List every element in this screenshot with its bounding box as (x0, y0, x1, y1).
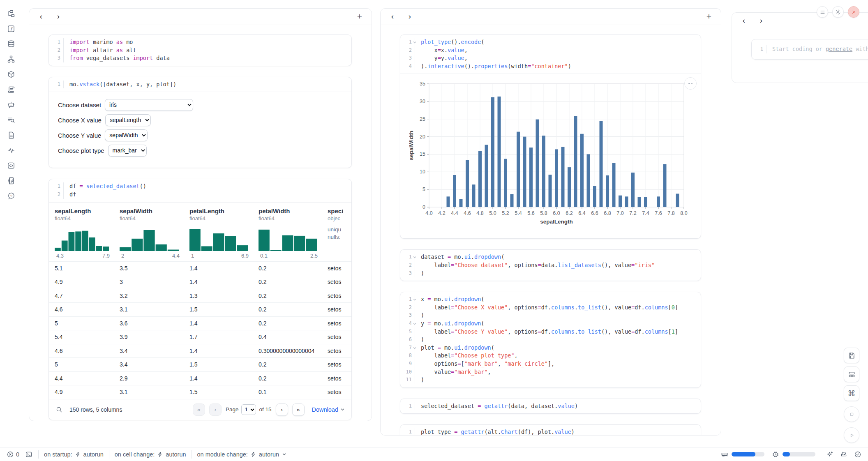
file-tree-icon[interactable] (7, 9, 16, 18)
svg-text:?: ? (10, 194, 12, 198)
table-row: 5.13.51.40.2setos (49, 261, 351, 275)
table-cell: setos (322, 265, 351, 272)
scratchpad-icon[interactable] (7, 176, 16, 185)
sitemap-icon[interactable] (7, 55, 16, 64)
bar (491, 97, 494, 207)
last-page-button[interactable]: » (292, 403, 305, 416)
cell-empty[interactable]: 1 Start coding or generate with (751, 39, 868, 60)
column-prev-icon[interactable]: ‹ (387, 12, 398, 22)
bar (447, 197, 450, 207)
next-page-button[interactable]: › (276, 403, 288, 416)
connection-status-button[interactable] (854, 451, 861, 458)
svg-text:5.4: 5.4 (515, 210, 522, 216)
script-icon[interactable] (7, 85, 16, 94)
autorun-setting[interactable]: on cell change:autorun (109, 451, 192, 458)
table-column-header[interactable]: speciobjecuniqunulls: (322, 207, 351, 259)
table-cell: 0.2 (253, 279, 322, 285)
search-icon[interactable] (55, 406, 63, 413)
terminal-button[interactable] (25, 451, 32, 458)
terminal-icon (25, 451, 32, 458)
table-cell: 3.2 (114, 293, 184, 299)
code-editor-placeholder[interactable]: Start coding or generate with (766, 45, 868, 53)
line-number: 2 (400, 304, 415, 312)
keyboard-shortcuts-button[interactable]: ⌘ (844, 385, 859, 401)
bar-chart[interactable]: 051015202530354.04.24.44.64.85.05.25.45.… (408, 80, 695, 233)
close-icon[interactable] (848, 6, 859, 18)
database-icon[interactable] (7, 39, 16, 48)
line-number: 4 (400, 62, 415, 71)
help-icon[interactable]: ? (7, 191, 16, 201)
column-prev-icon[interactable]: ‹ (36, 12, 46, 22)
line-number: 3 (49, 54, 64, 62)
dropdown-select[interactable]: mark_bar (108, 145, 147, 157)
page-select[interactable]: 1 (241, 404, 256, 415)
ai-sparkles-button[interactable] (826, 451, 833, 458)
line-number: 3 (400, 270, 415, 278)
lightning-bolt-icon (251, 452, 256, 457)
line-number: 9 (400, 360, 415, 368)
save-button[interactable] (844, 348, 859, 363)
add-cell-icon[interactable]: + (704, 12, 714, 22)
autorun-label: on module change: (197, 451, 248, 458)
code-line: 3) (400, 270, 701, 278)
line-number: 1 (49, 182, 64, 191)
settings-gear-icon[interactable] (832, 6, 844, 18)
column-next-icon[interactable]: › (53, 12, 64, 22)
column-next-icon[interactable]: › (756, 16, 766, 26)
download-button[interactable]: Download (312, 406, 345, 413)
x-axis-title: sepalLength (540, 219, 573, 225)
code-snippet-icon[interactable] (7, 161, 16, 170)
errors-indicator[interactable]: 0 (7, 451, 19, 458)
table-cell: 0.1 (253, 389, 322, 395)
column-next-icon[interactable]: › (404, 12, 415, 22)
table-column-header[interactable]: petalLengthfloat6416.9 (184, 207, 253, 259)
package-icon[interactable] (7, 70, 16, 79)
dropdown-select[interactable]: sepalWidth (105, 129, 148, 141)
stop-button[interactable] (844, 406, 859, 422)
svg-text:4.0: 4.0 (425, 210, 432, 216)
autorun-setting[interactable]: on module change:autorun (192, 451, 292, 458)
dropdown-select[interactable]: sepalLength (105, 114, 151, 126)
search-list-icon[interactable] (7, 115, 16, 124)
table-column-header[interactable]: sepalWidthfloat6424.4 (114, 207, 184, 259)
first-page-button[interactable]: « (193, 403, 205, 416)
table-cell: 5 (49, 361, 114, 368)
table-column-header[interactable]: sepalLengthfloat644.37.9 (49, 207, 114, 259)
code-line: 1x = mo.ui.dropdown( (400, 295, 701, 304)
activity-icon[interactable] (7, 146, 16, 155)
status-bar: 0 on startup:autorunon cell change:autor… (0, 447, 868, 461)
table-cell: 3.1 (114, 306, 184, 313)
assistant-button[interactable] (840, 451, 847, 458)
svg-text:35: 35 (420, 81, 425, 87)
bar (606, 175, 609, 207)
run-button[interactable] (844, 427, 859, 443)
dropdown-select[interactable]: iris (105, 99, 193, 111)
chat-bot-icon[interactable] (7, 100, 16, 109)
line-number: 4 (400, 320, 415, 328)
table-cell: setos (322, 279, 351, 285)
code-line: 3from vega_datasets import data (49, 54, 351, 62)
table-cell: 4.6 (49, 348, 114, 354)
bar (459, 199, 463, 207)
document-icon[interactable] (7, 131, 16, 140)
dropdown-label: Choose Y value (58, 132, 101, 139)
bar (676, 194, 679, 207)
line-number: 3 (400, 54, 415, 62)
dataframe-table: sepalLengthfloat644.37.9sepalWidthfloat6… (49, 202, 351, 420)
svg-text:f: f (10, 26, 13, 32)
table-cell: 4.4 (49, 375, 114, 382)
function-icon[interactable]: f (7, 24, 16, 33)
code-line: 2 label="Choose X value", options=df.col… (400, 304, 701, 312)
prev-page-button[interactable]: ‹ (209, 403, 222, 416)
bar (587, 154, 590, 207)
autorun-setting[interactable]: on startup:autorun (39, 451, 109, 458)
table-cell: setos (322, 306, 351, 313)
layout-button[interactable] (844, 366, 859, 382)
page-label: Page (226, 406, 239, 413)
menu-icon[interactable] (817, 6, 828, 18)
table-column-header[interactable]: petalWidthfloat640.12.5 (253, 207, 322, 259)
dropdown-label: Choose plot type (58, 147, 104, 154)
add-cell-icon[interactable]: + (354, 12, 365, 22)
column-prev-icon[interactable]: ‹ (739, 16, 749, 26)
line-number: 2 (49, 46, 64, 55)
